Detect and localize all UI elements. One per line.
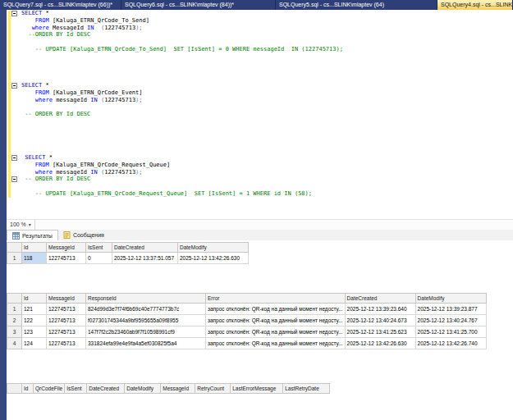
code-token: 122745713	[104, 97, 135, 103]
grid-cell[interactable]: 122745713	[47, 326, 86, 338]
grid-cell[interactable]: 122745713	[47, 315, 86, 326]
grid-cell[interactable]: запрос отклонён: QR-код на данный момент…	[206, 338, 346, 349]
grid-cell[interactable]: 2025-12-12 13:41:25.700	[415, 326, 486, 338]
code-line[interactable]	[7, 67, 513, 75]
grid-cell[interactable]: 2025-12-12 13:41:25.623	[345, 326, 415, 338]
code-line[interactable]: SELECT *	[7, 154, 513, 162]
grid-cell[interactable]: 122745713	[47, 253, 86, 264]
grid-cell[interactable]: 2025-12-12 13:40:24.673	[345, 315, 415, 326]
grid-cell[interactable]: 121	[22, 304, 47, 315]
column-header[interactable]: DateModify	[178, 243, 249, 253]
code-line[interactable]	[7, 53, 513, 61]
column-header[interactable]: Id	[22, 243, 47, 253]
column-header[interactable]: RetryCount	[195, 384, 231, 394]
collapse-region-icon[interactable]	[11, 11, 17, 16]
grid-cell[interactable]: запрос отклонён: QR-код на данный момент…	[206, 304, 346, 315]
grid-cell[interactable]: 2025-12-12 13:39:23.640	[345, 304, 415, 315]
collapse-region-icon[interactable]	[11, 83, 17, 89]
row-header[interactable]: 1	[7, 253, 22, 264]
column-header[interactable]: DateModify	[415, 294, 486, 304]
code-line[interactable]: FROM [Kaluga_ETRN_QrCode_Request_Queue]	[7, 162, 513, 169]
code-line[interactable]: -- UPDATE [Kaluga_ETRN_QrCode_Request_Qu…	[7, 190, 513, 198]
column-header[interactable]: DateCreated	[87, 384, 125, 394]
grid-corner[interactable]	[7, 243, 22, 253]
code-line[interactable]	[7, 39, 513, 46]
grid-corner[interactable]	[7, 294, 22, 304]
column-header[interactable]: DateCreated	[112, 243, 178, 253]
code-line[interactable]: FROM [Kaluga_ETRN_QrCode_Event]	[7, 89, 513, 97]
row-header[interactable]: 2	[7, 315, 22, 326]
grid-cell[interactable]: 2025-12-12 13:37:51.057	[112, 253, 178, 264]
column-header[interactable]: DateCreated	[345, 294, 415, 304]
grid-cell[interactable]: 2025-12-12 13:42:26.630	[178, 253, 249, 264]
code-line[interactable]	[7, 147, 513, 154]
grid-corner[interactable]	[7, 384, 22, 394]
document-tab[interactable]: SQLQuery5.sql - cs...SLINK\mlaptev (64)	[276, 0, 437, 10]
code-token: );	[135, 25, 142, 31]
table-row: 1121122745713824d99d3e7f74f6b69c40e77747…	[7, 304, 487, 315]
column-header[interactable]: MessageId	[161, 384, 195, 394]
code-line[interactable]	[7, 183, 513, 190]
code-line[interactable]: SELECT *	[7, 82, 513, 89]
code-line[interactable]	[7, 139, 513, 147]
sql-editor[interactable]: SELECT * FROM [Kaluga_ETRN_QrCode_To_Sen…	[7, 10, 513, 219]
column-header[interactable]: LastErrorMessage	[231, 384, 283, 394]
column-header[interactable]: Error	[206, 294, 346, 304]
grid-cell[interactable]: 824d99d3e7f74f6b69c40e7774773b7c	[86, 304, 206, 315]
zoom-level-combo[interactable]: 100 % ▾	[7, 220, 35, 230]
code-line[interactable]	[7, 133, 513, 140]
grid-cell[interactable]: 122745713	[47, 338, 86, 349]
column-header[interactable]: DateModify	[125, 384, 161, 394]
grid-cell[interactable]: 0	[86, 253, 112, 264]
code-line[interactable]	[7, 118, 513, 126]
code-line[interactable]	[7, 103, 513, 111]
grid-cell[interactable]: 331824efa99e4e9fa4a5ef030825f5a4	[86, 338, 206, 349]
grid-cell[interactable]: f027301745344a9bf9595655a09f8955	[86, 315, 206, 326]
code-line[interactable]	[7, 75, 513, 82]
grid-cell[interactable]: 122	[22, 315, 47, 326]
document-tab[interactable]: SQLQuery6.sql - cs...SLINK\mlaptev (84))…	[121, 0, 276, 10]
grid-cell[interactable]: запрос отклонён: QR-код на данный момент…	[206, 326, 346, 338]
code-area[interactable]: SELECT * FROM [Kaluga_ETRN_QrCode_To_Sen…	[7, 10, 513, 198]
code-line[interactable]: where messageId IN (122745713);	[7, 169, 513, 176]
grid-cell[interactable]: 2025-12-12 13:42:26.740	[415, 338, 486, 349]
grid-cell[interactable]: 124	[22, 338, 47, 349]
results-pane-tab[interactable]: Сообщения	[58, 230, 109, 240]
row-header[interactable]: 1	[7, 304, 22, 315]
grid-cell[interactable]: 118	[22, 253, 47, 264]
grid-cell[interactable]: 2025-12-12 13:39:23.877	[415, 304, 486, 315]
column-header[interactable]: Id	[22, 294, 47, 304]
document-tab[interactable]: SQLQuery4.sql - cs...SLINK\mlaptev (7...	[437, 0, 513, 10]
code-line[interactable]	[7, 61, 513, 68]
column-header[interactable]: MessageId	[47, 294, 86, 304]
row-header[interactable]: 3	[7, 326, 22, 338]
column-header[interactable]: IsSent	[65, 384, 87, 394]
grid-cell[interactable]: 123	[22, 326, 47, 338]
collapse-region-icon[interactable]	[11, 176, 17, 182]
code-line[interactable]: where messageId IN (122745713);	[7, 97, 513, 104]
column-header[interactable]: IsSent	[86, 243, 112, 253]
code-line[interactable]: -- ORDER BY Id DESC	[7, 111, 513, 118]
column-header[interactable]: ResponseId	[86, 294, 206, 304]
code-line[interactable]: -- ORDER BY Id DESC	[7, 176, 513, 183]
column-header[interactable]: QrCodeFile	[34, 384, 65, 394]
grid-cell[interactable]: 2025-12-12 13:40:24.767	[415, 315, 486, 326]
document-tab[interactable]: SQLQuery7.sql - cs...SLINK\mlaptev (66))…	[0, 0, 121, 10]
collapse-region-icon[interactable]	[11, 155, 17, 161]
grid-cell[interactable]: запрос отклонён: QR-код на данный момент…	[206, 315, 346, 326]
results-pane-tab[interactable]: Результаты	[7, 230, 58, 240]
code-token: 122745713	[104, 169, 135, 176]
code-line[interactable]: --ORDER BY Id DESC	[7, 31, 513, 39]
code-line[interactable]	[7, 126, 513, 133]
column-header[interactable]: LastRetryDate	[283, 384, 330, 394]
grid-cell[interactable]: 2025-12-12 13:42:26.630	[345, 338, 415, 349]
code-line[interactable]: FROM [Kaluga_ETRN_QrCode_To_Send]	[7, 17, 513, 25]
column-header[interactable]: MessageId	[47, 243, 86, 253]
row-header[interactable]: 4	[7, 338, 22, 349]
code-line[interactable]: where MessageId IN (122745713);	[7, 25, 513, 32]
code-line[interactable]: -- UPDATE [Kaluga_ETRN_QrCode_To_Send] S…	[7, 46, 513, 53]
grid-cell[interactable]: 122745713	[47, 304, 86, 315]
code-line[interactable]: SELECT *	[7, 10, 513, 17]
grid-cell[interactable]: 147f7f2c2b23460ab9f7f10598991cf9	[86, 326, 206, 338]
column-header[interactable]: Id	[22, 384, 34, 394]
